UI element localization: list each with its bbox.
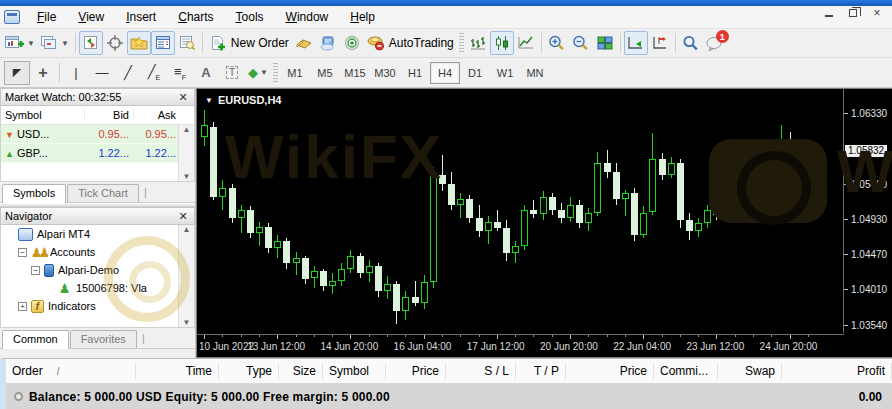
candlestick-chart-button[interactable] bbox=[490, 31, 514, 55]
zoom-out-button[interactable] bbox=[569, 31, 593, 55]
close-icon[interactable]: ✕ bbox=[176, 210, 190, 223]
timeframe-m1[interactable]: M1 bbox=[280, 62, 310, 84]
terminal-column-time[interactable]: Time bbox=[136, 363, 219, 380]
auto-scroll-button[interactable] bbox=[624, 31, 648, 55]
market-watch-title: Market Watch: 00:32:55 bbox=[5, 91, 121, 103]
line-chart-button[interactable] bbox=[514, 31, 538, 55]
tab-common[interactable]: Common bbox=[2, 330, 69, 349]
tab-favorites[interactable]: Favorites bbox=[70, 330, 137, 348]
menu-file[interactable]: File bbox=[26, 7, 67, 27]
timeframe-m15[interactable]: M15 bbox=[340, 62, 370, 84]
scroll-up-icon[interactable]: ▲ bbox=[183, 125, 191, 134]
expander-minus-icon[interactable]: − bbox=[18, 248, 27, 257]
column-symbol[interactable]: Symbol bbox=[1, 109, 85, 121]
scroll-down-icon[interactable]: ▼ bbox=[183, 172, 191, 181]
scroll-down-icon[interactable]: ▼ bbox=[183, 318, 191, 327]
text-tool[interactable]: A bbox=[193, 61, 219, 85]
chart-window[interactable]: ▼ EURUSD,H4 WikiFX W 1.063301.054001.049… bbox=[196, 88, 892, 358]
tab-tick-chart[interactable]: Tick Chart bbox=[67, 184, 139, 202]
trendline-tool[interactable]: ╱ bbox=[115, 61, 141, 85]
signals-button[interactable] bbox=[340, 31, 364, 55]
zoom-in-button[interactable] bbox=[545, 31, 569, 55]
terminal-column-symbol[interactable]: Symbol bbox=[323, 363, 386, 380]
expander-plus-icon[interactable]: + bbox=[18, 302, 27, 311]
expander-minus-icon[interactable]: − bbox=[31, 266, 40, 275]
column-ask[interactable]: Ask bbox=[134, 109, 180, 121]
fibonacci-tool[interactable]: ≡F bbox=[167, 61, 193, 85]
crosshair-tool[interactable]: + bbox=[30, 61, 56, 85]
time-tick-major bbox=[497, 335, 498, 339]
arrows-tool[interactable]: ◆▼ bbox=[245, 61, 271, 85]
menu-view[interactable]: View bbox=[67, 7, 115, 27]
horizontal-line-tool[interactable]: — bbox=[89, 61, 115, 85]
close-button[interactable]: × bbox=[866, 4, 888, 22]
menu-charts[interactable]: Charts bbox=[167, 7, 224, 27]
text-label-tool[interactable]: T bbox=[219, 61, 245, 85]
bar-chart-icon bbox=[470, 35, 486, 51]
data-window-button[interactable] bbox=[175, 31, 199, 55]
mt4-window: { "window": { "controls": { "minimize": … bbox=[0, 0, 892, 409]
menu-window[interactable]: Window bbox=[275, 7, 340, 27]
market-watch-row[interactable]: ▼USD...0.95...0.95... bbox=[1, 125, 194, 144]
timeframe-h4[interactable]: H4 bbox=[430, 62, 460, 84]
chart-scroll-button[interactable] bbox=[79, 31, 103, 55]
market-watch-toggle-button[interactable] bbox=[151, 31, 175, 55]
minimize-button[interactable] bbox=[818, 4, 840, 22]
terminal-column-profit[interactable]: Profit bbox=[782, 363, 892, 380]
menu-help[interactable]: Help bbox=[339, 7, 386, 27]
new-chart-button[interactable]: ▼ bbox=[2, 31, 38, 55]
time-tick-minor bbox=[314, 335, 315, 337]
time-tick-minor bbox=[588, 335, 589, 337]
candle-body bbox=[448, 184, 455, 205]
chat-button[interactable]: 1 bbox=[703, 31, 727, 55]
time-axis[interactable]: 10 Jun 202213 Jun 12:0014 Jun 20:0016 Ju… bbox=[197, 334, 844, 353]
market-watch-row[interactable]: ▲GBP...1.22...1.22... bbox=[1, 144, 194, 163]
new-order-button[interactable]: New Order bbox=[206, 31, 292, 55]
templates-button[interactable] bbox=[127, 31, 151, 55]
market-button[interactable] bbox=[292, 31, 316, 55]
chart-shift-button[interactable] bbox=[648, 31, 672, 55]
menu-tools[interactable]: Tools bbox=[225, 7, 275, 27]
terminal-column-commi-[interactable]: Commi... bbox=[654, 363, 718, 380]
close-icon[interactable]: ✕ bbox=[176, 91, 190, 104]
tree-item-alpari-mt4[interactable]: Alpari MT4 bbox=[1, 225, 194, 243]
timeframe-m5[interactable]: M5 bbox=[310, 62, 340, 84]
timeframe-mn[interactable]: MN bbox=[520, 62, 550, 84]
minimize-icon bbox=[825, 10, 833, 17]
autotrading-button[interactable]: AutoTrading bbox=[364, 31, 457, 55]
terminal-column-t-p[interactable]: T / P bbox=[516, 363, 566, 380]
restore-button[interactable] bbox=[842, 4, 864, 22]
timeframe-m30[interactable]: M30 bbox=[370, 62, 400, 84]
terminal-column-swap[interactable]: Swap bbox=[718, 363, 782, 380]
profiles-button[interactable]: ▼ bbox=[38, 31, 72, 55]
timeframe-h1[interactable]: H1 bbox=[400, 62, 430, 84]
tile-windows-button[interactable] bbox=[593, 31, 617, 55]
tree-item-indicators[interactable]: +fIndicators bbox=[1, 297, 194, 315]
market-watch-scrollbar[interactable]: ▲ ▼ bbox=[178, 125, 194, 181]
terminal-column-price[interactable]: Price bbox=[566, 363, 654, 380]
terminal-column-s-l[interactable]: S / L bbox=[446, 363, 516, 380]
bar-chart-button[interactable] bbox=[466, 31, 490, 55]
navigator-scrollbar[interactable]: ▲ ▼ bbox=[178, 225, 194, 327]
terminal-column-price[interactable]: Price bbox=[386, 363, 446, 380]
timeframe-w1[interactable]: W1 bbox=[490, 62, 520, 84]
timeframe-d1[interactable]: D1 bbox=[460, 62, 490, 84]
scroll-up-icon[interactable]: ▲ bbox=[183, 225, 191, 234]
tree-item-15006798-vla[interactable]: ♟15006798: Vla bbox=[1, 279, 194, 297]
tree-item-alpari-demo[interactable]: −Alpari-Demo bbox=[1, 261, 194, 279]
vertical-line-tool[interactable]: | bbox=[63, 61, 89, 85]
terminal-column-size[interactable]: Size bbox=[279, 363, 323, 380]
column-bid[interactable]: Bid bbox=[85, 109, 134, 121]
community-button[interactable] bbox=[316, 31, 340, 55]
price-axis[interactable]: 1.063301.054001.049301.044701.040101.035… bbox=[843, 89, 892, 333]
cursor-tool[interactable]: ◤ bbox=[4, 61, 30, 85]
balance-row[interactable]: Balance: 5 000.00 USD Equity: 5 000.00 F… bbox=[6, 384, 892, 409]
crosshair-button[interactable] bbox=[103, 31, 127, 55]
tree-item-accounts[interactable]: −♟♟Accounts bbox=[1, 243, 194, 261]
menu-insert[interactable]: Insert bbox=[115, 7, 167, 27]
search-button[interactable] bbox=[679, 31, 703, 55]
tab-symbols[interactable]: Symbols bbox=[2, 184, 66, 203]
terminal-column-order[interactable]: Order/ bbox=[6, 363, 136, 380]
terminal-column-type[interactable]: Type bbox=[219, 363, 279, 380]
equidistant-channel-tool[interactable]: ╱E bbox=[141, 61, 167, 85]
